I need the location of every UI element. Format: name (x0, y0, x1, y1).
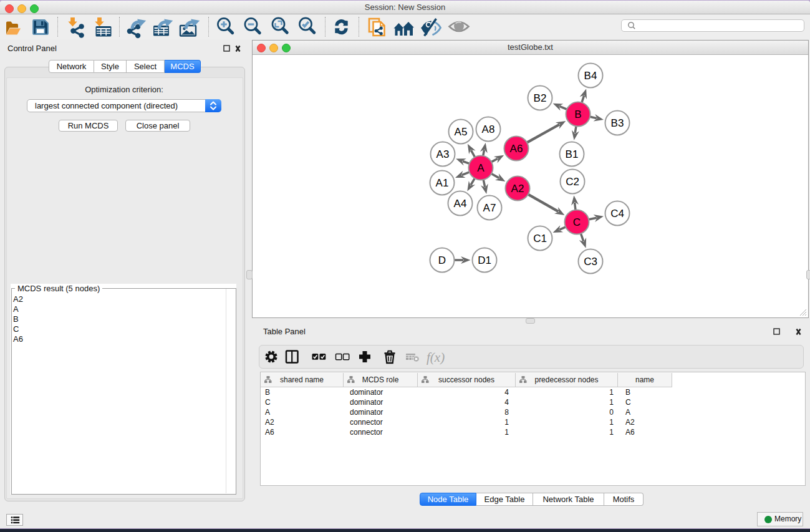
svg-text:C2: C2 (566, 176, 579, 188)
svg-text:B1: B1 (566, 148, 579, 160)
svg-text:A8: A8 (482, 123, 495, 135)
svg-text:A1: A1 (436, 177, 449, 189)
svg-text:B3: B3 (611, 117, 624, 129)
svg-text:C: C (573, 216, 581, 228)
svg-text:A6: A6 (510, 143, 523, 155)
svg-text:A5: A5 (455, 126, 468, 138)
svg-text:D: D (438, 254, 446, 266)
svg-text:A4: A4 (454, 198, 467, 210)
svg-text:C3: C3 (584, 256, 597, 268)
svg-text:A7: A7 (483, 202, 496, 214)
svg-text:A3: A3 (436, 148, 450, 160)
svg-text:B: B (574, 109, 581, 120)
svg-text:C4: C4 (610, 208, 624, 220)
svg-text:C1: C1 (533, 233, 547, 244)
svg-text:A2: A2 (511, 183, 524, 195)
svg-text:B4: B4 (584, 70, 597, 82)
svg-text:D1: D1 (478, 254, 491, 266)
svg-text:f(x): f(x) (427, 350, 445, 365)
svg-text:B2: B2 (534, 92, 547, 104)
svg-text:A: A (477, 162, 485, 174)
